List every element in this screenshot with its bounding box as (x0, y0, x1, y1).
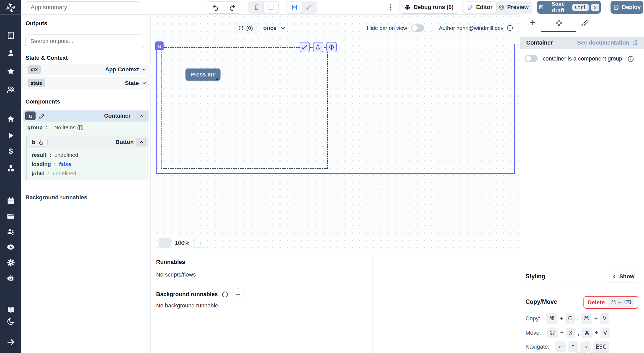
canvas-press-me-button[interactable]: Press me (185, 68, 221, 81)
app-summary-input[interactable] (26, 1, 140, 13)
collapse-button-button[interactable] (136, 138, 147, 147)
output-row-ctx[interactable]: ctx App Context (21, 64, 151, 75)
save-draft-label: Save draft (546, 1, 570, 14)
debug-runs-button[interactable]: Debug runs (0) (400, 1, 458, 14)
deploy-label: Deploy (622, 4, 641, 11)
tab-editor[interactable]: Editor (463, 2, 496, 13)
eye-icon[interactable] (6, 243, 15, 252)
move-component-button[interactable] (326, 42, 337, 52)
home-icon[interactable] (6, 115, 15, 123)
undo-icon (212, 4, 219, 11)
component-group-toggle[interactable] (525, 55, 538, 62)
component-tree-container-a: a Container group : No items ([]) b (23, 110, 149, 181)
admins-icon[interactable] (6, 227, 15, 236)
collapse-container-button[interactable] (136, 111, 147, 120)
redo-button[interactable] (224, 2, 241, 13)
windmill-app-editor: $ (0, 0, 644, 353)
delete-component-button[interactable]: Delete ⌘ + ⌫ (583, 296, 638, 309)
partial-kbd-key (575, 351, 587, 353)
refresh-button[interactable]: (0) (234, 22, 257, 34)
book-icon[interactable] (6, 306, 15, 314)
chevron-down-icon[interactable] (141, 80, 147, 86)
button-prop-row: jobId : undefined (32, 169, 149, 178)
container-a-header[interactable]: a Container (23, 110, 149, 122)
prop-key: loading (32, 161, 51, 167)
info-icon[interactable] (506, 24, 513, 31)
building-icon[interactable] (6, 31, 15, 40)
button-b-pill[interactable]: b (29, 138, 48, 147)
info-icon[interactable] (222, 291, 228, 298)
more-menu-button[interactable] (386, 3, 395, 12)
output-row-state[interactable]: state State (21, 77, 151, 89)
component-icon (555, 19, 563, 27)
save-draft-button[interactable]: Save draft Ctrl S (537, 1, 601, 14)
outputs-panel: Outputs State & Context ctx App Context … (21, 15, 151, 353)
tab-styling[interactable] (581, 19, 589, 27)
shortcut-separator: + (560, 330, 564, 336)
expand-component-button[interactable] (300, 42, 310, 52)
layout-toggle-group (286, 1, 317, 14)
state-context-title: State & Context (26, 55, 68, 61)
delete-shortcut-kbd: ⌘ + ⌫ (608, 298, 634, 307)
pencil-icon (467, 4, 473, 10)
resize-handle[interactable] (215, 77, 218, 80)
folder-open-icon[interactable] (6, 212, 15, 221)
play-icon[interactable] (6, 131, 15, 140)
rename-pencil-icon[interactable] (39, 113, 45, 119)
expand-icon (302, 44, 308, 50)
gear-icon[interactable] (6, 258, 15, 267)
moon-icon[interactable] (7, 317, 15, 325)
chevron-left-icon (612, 274, 617, 279)
button-b-badge: b (32, 139, 35, 145)
see-documentation-link[interactable]: See documentation (577, 39, 638, 46)
anchor-component-button[interactable] (313, 42, 323, 52)
author-label: Author henri@windmill.dev (439, 25, 503, 31)
windmill-logo[interactable] (5, 2, 16, 13)
center-layout-button[interactable] (287, 2, 302, 13)
rail-divider (0, 333, 21, 333)
expand-arrow-icon[interactable] (6, 338, 15, 347)
tabs-border (520, 32, 644, 32)
tab-preview[interactable]: Preview (496, 2, 531, 13)
desktop-view-button[interactable] (264, 2, 278, 13)
calendar-icon[interactable] (6, 197, 15, 205)
app-canvas[interactable]: (0) once Hide bar on view Author henri@w… (151, 15, 520, 254)
prop-colon: : (54, 161, 56, 167)
zoom-in-button[interactable]: + (194, 238, 206, 248)
rail-divider (0, 105, 21, 105)
refresh-icon (238, 25, 244, 31)
info-icon[interactable] (627, 55, 634, 62)
robot-icon[interactable] (6, 273, 15, 282)
undo-button[interactable] (207, 2, 224, 13)
anchor-icon (315, 44, 321, 50)
tab-insert-component[interactable] (529, 19, 536, 26)
tab-component-settings[interactable] (555, 19, 563, 27)
button-b-header[interactable]: b Button (27, 136, 149, 148)
dollar-icon[interactable]: $ (9, 147, 13, 156)
search-outputs-input[interactable] (26, 35, 144, 48)
kbd-key: V (600, 313, 609, 324)
kbd-key: ← (555, 341, 566, 352)
chevron-down-icon[interactable] (141, 67, 147, 72)
group-toggle-row: container is a component group (525, 55, 634, 62)
prop-colon: : (46, 124, 47, 131)
kbd-key: ↑ (568, 341, 578, 352)
kbd-key: ⌘ (581, 328, 592, 338)
mobile-view-button[interactable] (249, 2, 264, 13)
cubes-icon[interactable] (6, 164, 15, 173)
container-drop-zone[interactable] (161, 47, 328, 169)
save-icon (613, 4, 619, 10)
button-prop-row: loading : false (32, 160, 149, 169)
team-icon[interactable] (6, 85, 15, 94)
add-background-runnable-button[interactable] (232, 288, 244, 300)
full-width-button[interactable] (302, 2, 316, 13)
deploy-button[interactable]: Deploy (611, 1, 643, 14)
show-styling-button[interactable]: Show (608, 271, 638, 282)
zoom-out-button[interactable]: − (159, 238, 171, 248)
person-icon[interactable] (6, 49, 15, 57)
hide-bar-control: Hide bar on view (367, 24, 424, 32)
star-icon[interactable] (6, 67, 15, 76)
refresh-mode-dropdown[interactable]: once (263, 22, 286, 34)
kbd-key: ⌘ (546, 313, 557, 324)
hide-bar-toggle[interactable] (411, 24, 424, 32)
